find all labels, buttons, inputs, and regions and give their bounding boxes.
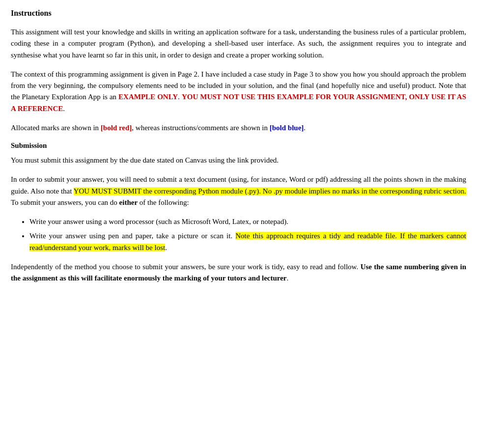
context-paragraph: The context of this programming assignme… [11,69,466,114]
marks-end: . [304,124,306,132]
marks-mid: , whereas instructions/comments are show… [132,124,269,132]
marks-prefix: Allocated marks are shown in [11,124,101,132]
list-item-2-start: Write your answer using pen and paper, t… [29,232,235,240]
list-item-2: Write your answer using pen and paper, t… [29,230,466,253]
context-mid1: . [178,93,182,101]
list-item-1: Write your answer using a word processor… [29,216,466,227]
intro-paragraph: This assignment will test your knowledge… [11,27,466,61]
submission-heading: Submission [11,141,466,150]
submission-p2-end-prefix: To submit your answers, you can do [11,198,119,206]
final-end: . [287,274,289,282]
list-item-2-end: . [165,244,167,252]
marks-blue-label: [bold blue] [270,124,304,132]
final-para-start: Independently of the method you choose t… [11,263,361,271]
submission-highlight-1: YOU MUST SUBMIT the corresponding Python… [74,187,466,195]
submission-either: either [119,198,138,206]
submission-p2: In order to submit your answer, you will… [11,174,466,208]
marks-paragraph: Allocated marks are shown in [bold red],… [11,122,466,134]
submission-p2-end: of the following: [138,198,189,206]
marks-red-label: [bold red] [101,124,132,132]
context-end: . [63,105,65,112]
list-item-1-text: Write your answer using a word processor… [29,218,288,225]
submission-p1: You must submit this assignment by the d… [11,155,466,166]
page-title: Instructions [11,9,466,18]
context-example-only: EXAMPLE ONLY [118,93,178,101]
submission-list: Write your answer using a word processor… [29,216,466,253]
final-paragraph: Independently of the method you choose t… [11,261,466,284]
